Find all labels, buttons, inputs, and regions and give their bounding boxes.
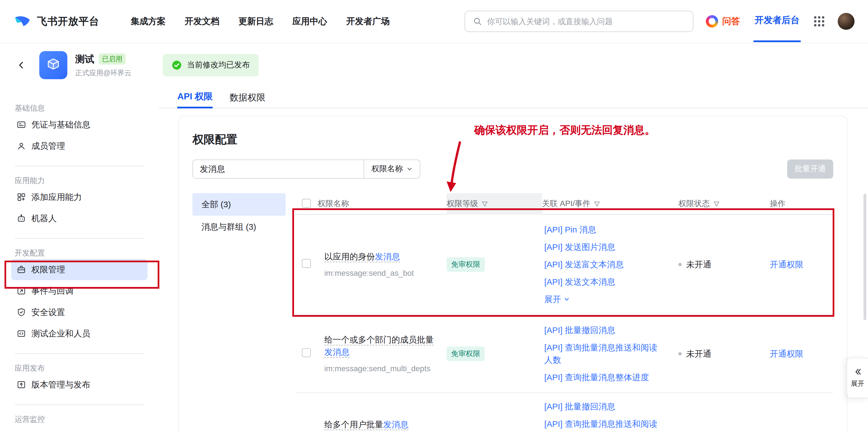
sidebar-item-events[interactable]: 事件与回调 <box>11 280 148 301</box>
member-icon <box>17 142 26 150</box>
category-message-group[interactable]: 消息与群组 (3) <box>192 216 286 238</box>
scrollbar-thumb[interactable] <box>864 194 866 320</box>
sidebar-item-security[interactable]: 安全设置 <box>11 301 148 323</box>
api-link[interactable]: [API] 发送富文本消息 <box>544 258 665 271</box>
developer-console-link[interactable]: 开发者后台 <box>753 1 801 42</box>
permission-search-input[interactable] <box>193 160 364 178</box>
nav-link-docs[interactable]: 开发文档 <box>185 16 219 27</box>
sidebar-item-members[interactable]: 成员管理 <box>11 135 148 157</box>
header-permission-status: 权限状态 <box>674 193 767 214</box>
filter-icon[interactable] <box>594 201 601 207</box>
global-search-box[interactable] <box>465 11 693 32</box>
code-icon <box>17 329 26 338</box>
sidebar-item-bot[interactable]: 机器人 <box>11 208 148 229</box>
api-link[interactable]: [API] 发送文本消息 <box>544 276 665 288</box>
release-icon <box>17 380 26 389</box>
level-badge: 免审权限 <box>446 257 485 272</box>
qa-link[interactable]: 问答 <box>706 15 740 28</box>
permission-name-link[interactable]: 发消息 <box>375 251 400 261</box>
expand-drawer-handle[interactable]: 展开 <box>847 358 868 398</box>
robot-icon <box>17 214 26 223</box>
app-icon <box>39 51 67 79</box>
api-link[interactable]: [API] 查询批量消息推送和阅读人数 <box>544 342 665 366</box>
top-nav-right: 问答 开发者后台 <box>706 0 855 43</box>
sidebar-divider <box>14 238 144 239</box>
table-row-send-as-bot: 以应用的身份发消息 im:message:send_as_bot 免审权限 [A… <box>295 214 833 315</box>
back-button[interactable] <box>13 57 29 73</box>
filter-icon[interactable] <box>482 201 488 207</box>
cube-icon <box>43 55 63 75</box>
header-related-api: 关联 API/事件 <box>542 193 674 214</box>
back-chevron-icon <box>17 61 26 70</box>
permission-name-link[interactable]: 发消息 <box>324 347 349 356</box>
feishu-logo[interactable]: 飞书开放平台 <box>13 12 99 30</box>
permission-tabs: API 权限 数据权限 <box>159 87 868 108</box>
permission-icon <box>17 265 26 274</box>
api-link[interactable]: [API] 查询批量消息推送和阅读 <box>544 418 665 430</box>
permission-code: im:message:send_multi_depts <box>324 362 438 374</box>
sidebar-divider <box>14 353 144 354</box>
user-avatar[interactable] <box>838 13 855 30</box>
sidebar-item-permissions[interactable]: 权限管理 <box>11 259 148 280</box>
tab-data-permission[interactable]: 数据权限 <box>229 87 266 108</box>
permission-code: im:message:send_as_bot <box>324 266 438 279</box>
sidebar-item-test-company[interactable]: 测试企业和人员 <box>11 323 148 344</box>
table-row-send-multi-depts: 给一个或多个部门的成员批量发消息 im:message:send_multi_d… <box>295 315 833 393</box>
app-grid-menu-icon[interactable] <box>814 16 824 26</box>
feishu-logo-icon <box>13 12 31 30</box>
permission-name: 给多个用户批量发消息 <box>324 418 438 431</box>
enabled-badge: 已启用 <box>99 53 126 65</box>
sidebar: 基础信息 凭证与基础信息 成员管理 应用能力 添加应用能力 机器人 开发配置 <box>0 87 159 433</box>
qa-icon <box>706 15 718 28</box>
table-header-row: 权限名称 权限等级 关联 API/事件 权限状态 <box>295 193 833 214</box>
row-checkbox[interactable] <box>302 348 311 357</box>
level-badge: 免审权限 <box>446 347 485 361</box>
enable-permission-link[interactable]: 开通权限 <box>770 259 804 269</box>
api-link[interactable]: [API] 批量撤回消息 <box>544 400 665 413</box>
row-checkbox[interactable] <box>302 259 311 268</box>
enable-permission-link[interactable]: 开通权限 <box>770 348 804 358</box>
sidebar-section-capability: 应用能力 <box>14 175 144 186</box>
nav-link-app-center[interactable]: 应用中心 <box>292 16 327 27</box>
sidebar-section-basic: 基础信息 <box>14 103 144 114</box>
publish-status-pill: 当前修改均已发布 <box>163 54 259 76</box>
sidebar-section-dev-config: 开发配置 <box>14 248 144 259</box>
expand-apis-link[interactable]: 展开 <box>544 293 665 306</box>
permission-name-link[interactable]: 发消息 <box>383 420 408 429</box>
credential-icon <box>17 120 26 129</box>
page-body: 基础信息 凭证与基础信息 成员管理 应用能力 添加应用能力 机器人 开发配置 <box>0 87 868 433</box>
filter-icon[interactable] <box>713 201 720 207</box>
tab-api-permission[interactable]: API 权限 <box>177 87 213 108</box>
publish-status-text: 当前修改均已发布 <box>187 60 250 70</box>
toolbar: 权限名称 批量开通 <box>192 160 833 179</box>
api-link[interactable]: [API] 查询批量消息整体进度 <box>544 371 665 383</box>
status-text: 未开通 <box>686 348 711 359</box>
drawer-expand-label: 展开 <box>851 379 864 388</box>
global-search-input[interactable] <box>487 17 685 26</box>
sidebar-item-version-release[interactable]: 版本管理与发布 <box>11 374 148 395</box>
search-field-dropdown[interactable]: 权限名称 <box>364 160 420 178</box>
api-link[interactable]: [API] 批量撤回消息 <box>544 324 665 337</box>
main-content: API 权限 数据权限 权限配置 权限名称 批量开通 <box>159 87 868 433</box>
nav-link-integrations[interactable]: 集成方案 <box>131 16 165 27</box>
top-nav: 飞书开放平台 集成方案 开发文档 更新日志 应用中心 开发者广场 问答 开发者后… <box>0 0 868 43</box>
double-chevron-left-icon <box>853 368 862 375</box>
permission-name: 给一个或多个部门的成员批量发消息 <box>324 333 438 358</box>
api-link[interactable]: [API] 发送图片消息 <box>544 241 665 253</box>
nav-link-dev-plaza[interactable]: 开发者广场 <box>346 16 390 27</box>
header-action: 操作 <box>767 193 833 214</box>
api-link[interactable]: [API] Pin 消息 <box>544 224 665 236</box>
sidebar-section-release: 应用发布 <box>14 363 144 374</box>
chevron-down-icon <box>564 296 569 302</box>
table-row-send-multi-users: 给多个用户批量发消息 [API] 批量撤回消息 [API] 查询批量消息推送和阅… <box>295 393 833 433</box>
category-all[interactable]: 全部 (3) <box>192 193 286 216</box>
select-all-checkbox[interactable] <box>302 199 311 207</box>
app-subtitle: 正式应用@环界云 <box>75 68 131 78</box>
batch-enable-button[interactable]: 批量开通 <box>787 160 833 179</box>
nav-link-changelog[interactable]: 更新日志 <box>239 16 273 27</box>
sidebar-item-add-capability[interactable]: 添加应用能力 <box>11 186 148 208</box>
permission-config-card: 权限配置 权限名称 批量开通 全部 (3) 消息与群组 (3) <box>179 116 847 433</box>
status-text: 未开通 <box>686 259 711 270</box>
permission-content: 全部 (3) 消息与群组 (3) 权限名称 权限等级 <box>192 193 833 433</box>
sidebar-item-credentials[interactable]: 凭证与基础信息 <box>11 114 148 135</box>
